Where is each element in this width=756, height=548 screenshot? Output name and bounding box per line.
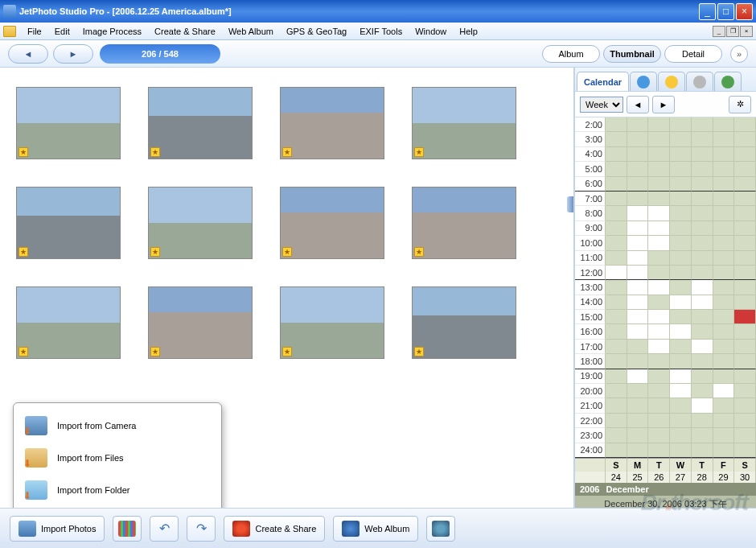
calendar-cell[interactable]: [627, 251, 649, 266]
import-photos-button[interactable]: Import Photos: [10, 516, 105, 542]
calendar-cell[interactable]: [670, 177, 692, 192]
day-number[interactable]: 26: [648, 472, 670, 483]
calendar-cell[interactable]: [606, 428, 627, 443]
thumbnail[interactable]: ★: [16, 187, 121, 259]
mdi-close-button[interactable]: ×: [740, 26, 753, 37]
redo-button[interactable]: ↷: [187, 516, 216, 542]
calendar-cell[interactable]: [606, 310, 627, 324]
calendar-cell[interactable]: [606, 162, 627, 176]
calendar-cell[interactable]: [734, 280, 756, 295]
calendar-cell[interactable]: [692, 266, 713, 280]
calendar-cell[interactable]: [670, 443, 692, 458]
calendar-cell[interactable]: [648, 340, 670, 354]
calendar-cell[interactable]: [606, 369, 627, 384]
thumbnail[interactable]: ★: [412, 87, 516, 159]
calendar-cell[interactable]: [692, 221, 713, 236]
menu-gps-geotag[interactable]: GPS & GeoTag: [280, 25, 353, 38]
more-views-button[interactable]: »: [730, 45, 748, 63]
calendar-cell[interactable]: [648, 280, 670, 295]
calendar-cell[interactable]: [692, 162, 713, 176]
calendar-cell[interactable]: [713, 192, 735, 206]
calendar-cell[interactable]: [713, 147, 735, 162]
calendar-cell[interactable]: [648, 221, 670, 236]
calendar-cell[interactable]: [606, 280, 627, 295]
calendar-cell[interactable]: [734, 147, 756, 162]
menu-image-process[interactable]: Image Process: [76, 25, 148, 38]
calendar-cell[interactable]: [627, 280, 649, 295]
thumbnail[interactable]: ★: [280, 87, 384, 159]
calendar-cell[interactable]: [692, 147, 713, 162]
calendar-cell[interactable]: [606, 384, 627, 398]
calendar-cell[interactable]: [734, 132, 756, 146]
calendar-cell[interactable]: [734, 340, 756, 354]
google-earth-button[interactable]: [426, 516, 455, 542]
calendar-cell[interactable]: [670, 280, 692, 295]
tab-history[interactable]: [686, 72, 713, 91]
calendar-cell[interactable]: [606, 236, 627, 250]
calendar-cell[interactable]: [648, 354, 670, 369]
menu-exif-tools[interactable]: EXIF Tools: [353, 25, 409, 38]
calendar-mode-select[interactable]: Week: [580, 97, 623, 113]
calendar-cell[interactable]: [627, 117, 649, 132]
calendar-cell[interactable]: [606, 295, 627, 310]
calendar-cell[interactable]: [606, 414, 627, 428]
calendar-cell[interactable]: [670, 192, 692, 206]
calendar-cell[interactable]: [670, 428, 692, 443]
calendar-cell[interactable]: [627, 324, 649, 339]
calendar-cell[interactable]: [670, 147, 692, 162]
calendar-cell[interactable]: [648, 428, 670, 443]
calendar-cell[interactable]: [606, 266, 627, 280]
calendar-cell[interactable]: [713, 236, 735, 250]
calendar-cell[interactable]: [606, 251, 627, 266]
calendar-cell[interactable]: [627, 132, 649, 146]
day-number[interactable]: 27: [670, 472, 692, 483]
calendar-cell[interactable]: [692, 384, 713, 398]
calendar-cell[interactable]: [713, 221, 735, 236]
import-from-files[interactable]: ⬇ Import from Files: [14, 442, 221, 474]
calendar-cell[interactable]: [692, 280, 713, 295]
calendar-cell[interactable]: [692, 295, 713, 310]
calendar-cell[interactable]: [627, 398, 649, 413]
calendar-cell[interactable]: [713, 414, 735, 428]
calendar-cell[interactable]: [692, 369, 713, 384]
close-button[interactable]: ×: [736, 3, 753, 20]
calendar-cell[interactable]: [670, 266, 692, 280]
calendar-cell[interactable]: [648, 369, 670, 384]
calendar-cell[interactable]: [692, 206, 713, 220]
undo-button[interactable]: ↶: [150, 516, 179, 542]
calendar-cell[interactable]: [606, 221, 627, 236]
calendar-cell[interactable]: [713, 251, 735, 266]
calendar-cell[interactable]: [713, 443, 735, 458]
menu-file[interactable]: File: [21, 25, 48, 38]
thumbnail[interactable]: ★: [16, 87, 121, 159]
calendar-cell[interactable]: [627, 221, 649, 236]
calendar-cell[interactable]: [606, 324, 627, 339]
calendar-cell[interactable]: [606, 177, 627, 192]
thumbnail[interactable]: ★: [16, 286, 121, 359]
calendar-cell[interactable]: [670, 132, 692, 146]
calendar-cell[interactable]: [713, 280, 735, 295]
mdi-restore-button[interactable]: ❐: [726, 26, 739, 37]
calendar-cell[interactable]: [692, 398, 713, 413]
calendar-cell[interactable]: [648, 192, 670, 206]
calendar-prev-button[interactable]: ◄: [627, 96, 649, 113]
calendar-cell[interactable]: [692, 324, 713, 339]
calendar-cell[interactable]: [670, 384, 692, 398]
calendar-cell[interactable]: [713, 132, 735, 146]
prev-button[interactable]: ◄: [8, 44, 48, 64]
calendar-cell[interactable]: [670, 398, 692, 413]
calendar-cell[interactable]: [670, 206, 692, 220]
calendar-cell[interactable]: [648, 295, 670, 310]
tab-album[interactable]: Album: [542, 45, 600, 63]
thumbnail[interactable]: ★: [280, 187, 384, 259]
mdi-minimize-button[interactable]: _: [713, 26, 725, 37]
calendar-cell[interactable]: [648, 147, 670, 162]
calendar-cell[interactable]: [606, 117, 627, 132]
thumbnail[interactable]: ★: [148, 286, 253, 359]
calendar-cell[interactable]: [713, 354, 735, 369]
calendar-cell[interactable]: [648, 310, 670, 324]
menu-window[interactable]: Window: [409, 25, 453, 38]
tab-thumbnail[interactable]: Thumbnail: [603, 45, 661, 63]
calendar-cell[interactable]: [648, 324, 670, 339]
calendar-cell[interactable]: [734, 117, 756, 132]
